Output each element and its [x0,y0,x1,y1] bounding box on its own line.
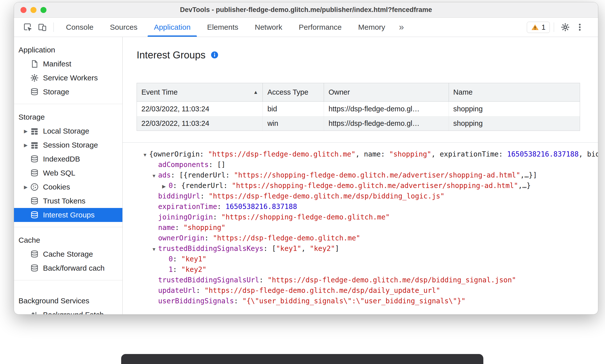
json-token: : [173,255,181,263]
sidebar-item-local-storage[interactable]: ▶Local Storage [14,124,122,138]
tree-line: userBiddingSignals: "{\"user_bidding_sig… [137,296,598,306]
zoom-button[interactable] [40,7,46,13]
toolbar-right-icons [558,21,587,33]
traffic-lights [20,2,46,17]
settings-gear-icon[interactable] [559,21,571,33]
json-token: ,…}] [520,171,537,179]
events-table: Event Time▲Access TypeOwnerName 22/03/20… [137,83,580,131]
json-token: 1 [169,265,173,274]
tree-line[interactable]: ▶0: {renderUrl: "https://shopping-fledge… [137,181,598,191]
inspect-icon[interactable] [22,21,34,33]
sidebar-item-session-storage[interactable]: ▶Session Storage [14,138,122,152]
kebab-menu-icon[interactable] [574,21,586,33]
sidebar-item-web-sql[interactable]: Web SQL [14,166,122,180]
issues-badge[interactable]: 1 [527,22,550,33]
sidebar-item-indexeddb[interactable]: IndexedDB [14,152,122,166]
sidebar-item-cookies[interactable]: ▶Cookies [14,180,122,194]
json-token: "https://dsp-fledge-demo.glitch.me" [213,234,360,242]
minimize-button[interactable] [30,7,36,13]
json-token: expirationTime [158,202,217,211]
database-icon [30,169,39,178]
document-icon [30,59,39,68]
tab-application[interactable]: Application [146,18,199,37]
issues-count: 1 [542,23,546,31]
json-token: "key2" [181,265,207,274]
tree-line: adComponents: [] [137,160,598,170]
column-header-owner[interactable]: Owner [324,83,449,101]
info-icon[interactable] [211,51,219,59]
tree-disclosure-triangle-icon[interactable]: ▼ [152,244,158,255]
tab-performance[interactable]: Performance [291,18,350,37]
toolbar-left-icons [20,21,49,33]
sidebar-item-background-fetch[interactable]: Background Fetch [14,308,122,314]
sidebar-item-manifest[interactable]: Manifest [14,57,122,71]
json-token: adComponents [158,161,209,169]
table-cell: win [263,116,324,131]
tab-console[interactable]: Console [58,18,102,37]
table-cell: 22/03/2022, 11:03:24 [137,116,263,131]
sidebar: ApplicationManifestService WorkersStorag… [14,37,123,314]
tree-line[interactable]: ▼ads: [{renderUrl: "https://shopping-fle… [137,170,598,181]
tree-line[interactable]: ▼trustedBiddingSignalsKeys: ["key1", "ke… [137,243,598,254]
table-cell: https://dsp-fledge-demo.gl… [324,102,449,116]
column-header-access-type[interactable]: Access Type [263,83,324,101]
table-icon [30,127,39,136]
table-cell: https://dsp-fledge-demo.gl… [324,116,449,131]
sidebar-item-service-workers[interactable]: Service Workers [14,71,122,85]
sidebar-item-interest-groups[interactable]: Interest Groups [14,208,122,222]
sidebar-item-back-forward-cach[interactable]: Back/forward cach [14,261,122,275]
table-row[interactable]: 22/03/2022, 11:03:24bidhttps://dsp-fledg… [137,102,580,116]
tree-line: ownerOrigin: "https://dsp-fledge-demo.gl… [137,233,598,243]
close-button[interactable] [20,7,26,13]
column-header-label: Name [453,88,473,96]
sidebar-item-storage[interactable]: Storage [14,85,122,99]
table-row[interactable]: 22/03/2022, 11:03:24winhttps://dsp-fledg… [137,116,580,131]
device-toolbar-icon[interactable] [36,21,48,33]
toolbar-separator [554,22,554,32]
column-header-label: Owner [328,88,350,96]
json-token: "https://dsp-fledge-demo.glitch.me" [208,150,355,158]
column-header-event-time[interactable]: Event Time▲ [137,83,263,101]
json-token: , biddingUrl: [579,150,598,158]
column-header-name[interactable]: Name [449,83,580,101]
json-token: "key1" [181,255,207,263]
tree-line: name: "shopping" [137,222,598,233]
tab-memory[interactable]: Memory [350,18,393,37]
main-panel: Interest Groups Event Time▲Access TypeOw… [123,37,598,314]
toolbar-right: 1 [527,21,587,33]
disclosure-triangle-icon[interactable]: ▶ [21,128,30,134]
json-token: : [213,213,221,221]
titlebar[interactable]: DevTools - publisher-fledge-demo.glitch.… [14,2,598,18]
arrows-icon [30,310,39,314]
json-token: "{\"user_bidding_signals\":\"user_biddin… [242,297,465,305]
table-cell: shopping [449,102,580,116]
sidebar-section-title: Cache [14,233,122,247]
sidebar-section-cache: CacheCache StorageBack/forward cach [14,227,122,275]
sidebar-section-application: ApplicationManifestService WorkersStorag… [14,37,122,99]
tab-sources[interactable]: Sources [102,18,146,37]
json-token: 1650538216.837188 [507,150,579,158]
json-token: , name: [355,150,389,158]
tree-disclosure-triangle-icon[interactable]: ▼ [143,150,149,160]
column-header-label: Event Time [141,88,178,96]
tab-elements[interactable]: Elements [199,18,247,37]
tree-disclosure-triangle-icon[interactable]: ▶ [162,181,169,192]
sidebar-section-background-services: Background ServicesBackground Fetch [14,280,122,314]
disclosure-triangle-icon[interactable]: ▶ [21,184,30,190]
more-tabs-button[interactable]: » [393,22,409,32]
tree-line[interactable]: ▼{ownerOrigin: "https://dsp-fledge-demo.… [137,149,598,160]
tab-network[interactable]: Network [247,18,291,37]
json-token: trustedBiddingSignalsUrl [158,276,259,284]
disclosure-triangle-icon[interactable]: ▶ [21,142,30,148]
main-title-row: Interest Groups [137,48,598,62]
tree-disclosure-triangle-icon[interactable]: ▼ [152,171,158,181]
tab-strip: ConsoleSourcesApplicationElementsNetwork… [58,18,393,37]
sidebar-item-trust-tokens[interactable]: Trust Tokens [14,194,122,208]
json-token: , [301,244,310,253]
json-token: "https://dsp-fledge-demo.glitch.me/dsp/b… [209,192,444,200]
dock[interactable] [121,354,483,364]
database-icon [30,155,39,164]
json-token: "https://shopping-fledge-demo.glitch.me" [221,213,390,221]
sidebar-item-cache-storage[interactable]: Cache Storage [14,247,122,261]
json-token: : [{renderUrl: [171,171,234,179]
